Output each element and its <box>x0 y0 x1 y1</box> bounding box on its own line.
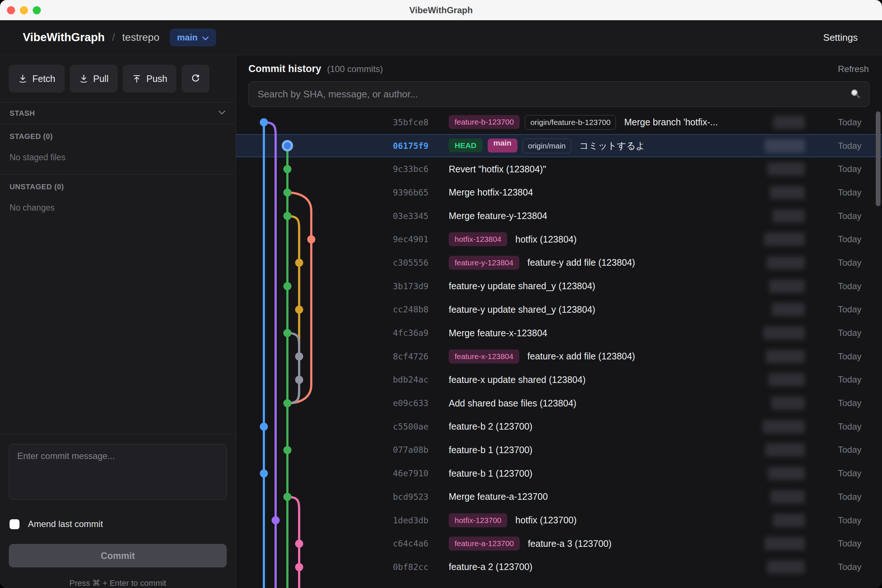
commit-date: Today <box>828 445 861 455</box>
commit-row[interactable]: c305556 feature-y-123804 feature-y add f… <box>236 251 882 274</box>
commit-hint: Press ⌘ + Enter to commit <box>9 579 227 588</box>
commit-row[interactable]: 35bfce8 feature-b-123700origin/feature-b… <box>236 111 882 134</box>
commit-date: Today <box>828 562 861 572</box>
commit-row[interactable]: 4fc36a9 Merge feature-x-123804 Today <box>236 321 882 345</box>
branch-badge-local: hotfix-123804 <box>449 232 507 246</box>
commit-row[interactable]: 06175f9 HEADmainorigin/main コミットするよ Toda… <box>236 134 882 158</box>
branch-badge-remote: origin/main <box>523 138 572 153</box>
settings-button[interactable]: Settings <box>823 32 858 44</box>
commit-sha: 3b173d9 <box>393 282 449 291</box>
commit-row[interactable]: e09c633 Add shared base files (123804) T… <box>236 392 882 415</box>
commit-message-input[interactable] <box>9 444 227 500</box>
window-title: VibeWithGraph <box>0 5 882 15</box>
commit-row[interactable]: c64c4a6 feature-a-123700 feature-a 3 (12… <box>236 532 882 555</box>
commit-row[interactable]: bdb24ac feature-x update shared (123804)… <box>236 368 882 392</box>
search-input[interactable] <box>257 88 849 100</box>
commit-sha: 46e7910 <box>393 469 449 478</box>
commit-row[interactable]: 077a08b feature-b 1 (123700) Today <box>236 438 882 462</box>
amend-checkbox[interactable] <box>9 519 20 529</box>
commit-row[interactable]: cc248b8 feature-y update shared_y (12380… <box>236 298 882 322</box>
refresh-button[interactable] <box>182 64 210 93</box>
sidebar: Fetch Pull Push <box>0 55 236 588</box>
branch-selector[interactable]: main <box>170 28 216 46</box>
push-label: Push <box>146 74 167 84</box>
app-window: VibeWithGraph VibeWithGraph / testrepo m… <box>0 0 882 588</box>
fetch-button[interactable]: Fetch <box>9 64 64 93</box>
commit-sha: bcd9523 <box>393 492 449 502</box>
commit-row[interactable]: 03e3345 Merge feature-y-123804 Today <box>236 204 882 228</box>
commit-date: Today <box>828 304 861 315</box>
app-header: VibeWithGraph / testrepo main Settings <box>0 20 882 55</box>
commit-row[interactable]: c5500ae feature-b 2 (123700) Today <box>236 415 882 438</box>
breadcrumb-separator: / <box>112 32 115 44</box>
commit-sha: 4fc36a9 <box>393 328 449 338</box>
commit-row[interactable]: 0bf82cc feature-a 2 (123700) Today <box>236 555 882 579</box>
commit-date: Today <box>828 398 861 408</box>
commit-list: 35bfce8 feature-b-123700origin/feature-b… <box>236 111 882 588</box>
commit-row[interactable]: 8cf4726 feature-x-123804 feature-x add f… <box>236 345 882 368</box>
commit-message: feature-y update shared_y (123804) <box>449 304 596 315</box>
commit-message: hotfix (123700) <box>515 515 577 525</box>
commit-row[interactable]: bcd9523 Merge feature-a-123700 Today <box>236 485 882 508</box>
commit-message: feature-b 2 (123700) <box>449 421 532 432</box>
commit-badges: feature-y-123804 <box>449 256 519 270</box>
commit-count: (100 commits) <box>327 64 383 74</box>
commit-button[interactable]: Commit <box>9 544 227 567</box>
app-name: VibeWithGraph <box>23 31 105 44</box>
commit-message: feature-b 1 (123700) <box>449 445 532 455</box>
author-blur <box>773 116 805 129</box>
branch-badge-local: feature-x-123804 <box>449 350 519 363</box>
unstaged-empty-text: No changes <box>9 203 226 213</box>
commit-badges: HEADmainorigin/main <box>449 138 571 153</box>
commit-sha: c64c4a6 <box>393 539 449 548</box>
stash-section-header[interactable]: STASH <box>0 102 236 124</box>
page-title: Commit history <box>248 63 321 75</box>
commit-sha: 1ded3db <box>393 516 449 525</box>
commit-date: Today <box>828 211 861 221</box>
unstaged-label: UNSTAGED (0) <box>9 183 226 191</box>
pull-button[interactable]: Pull <box>70 64 118 93</box>
author-blur <box>772 210 805 223</box>
refresh-link[interactable]: Refresh <box>838 64 869 74</box>
upload-icon <box>132 74 141 83</box>
author-blur <box>771 396 805 410</box>
author-blur <box>767 162 805 176</box>
commit-sha: c5500ae <box>393 422 449 432</box>
author-blur <box>763 326 805 340</box>
branch-badge-local: hotfix-123700 <box>449 513 507 527</box>
commit-date: Today <box>828 164 861 174</box>
commit-row[interactable]: 9ec4901 hotfix-123804 hotfix (123804) To… <box>236 228 882 251</box>
commit-message: Add shared base files (123804) <box>449 398 576 409</box>
author-blur <box>773 514 805 527</box>
commit-row[interactable]: 3b173d9 feature-y update shared_y (12380… <box>236 274 882 298</box>
commit-date: Today <box>828 141 861 151</box>
commit-row[interactable]: 9396b65 Merge hotfix-123804 Today <box>236 181 882 204</box>
commit-sha: 9ec4901 <box>393 234 449 244</box>
commit-sha: 35bfce8 <box>393 118 449 127</box>
search-icon <box>849 87 861 101</box>
staged-empty-text: No staged files <box>9 153 226 162</box>
commit-badges: hotfix-123700 <box>449 513 507 527</box>
commit-sha: cc248b8 <box>393 304 449 314</box>
commit-sha: 03e3345 <box>393 212 449 221</box>
commit-date: Today <box>828 234 861 244</box>
commit-compose-area: Amend last commit Commit Press ⌘ + Enter… <box>0 434 236 588</box>
commit-row[interactable]: 46e7910 feature-b 1 (123700) Today <box>236 462 882 485</box>
commit-badges: feature-b-123700origin/feature-b-123700 <box>449 115 616 130</box>
commit-badges: hotfix-123804 <box>449 232 507 246</box>
commit-sha: 9396b65 <box>393 188 449 197</box>
commit-history-header: Commit history (100 commits) Refresh <box>236 55 882 75</box>
author-blur <box>764 537 805 550</box>
staged-label: STAGED (0) <box>9 132 226 141</box>
commit-sha: bdb24ac <box>393 375 449 384</box>
commit-message: feature-y update shared_y (123804) <box>449 281 596 291</box>
amend-row: Amend last commit <box>9 519 227 529</box>
commit-history-panel: Commit history (100 commits) Refresh 35b… <box>236 55 882 588</box>
push-button[interactable]: Push <box>123 64 176 93</box>
scrollbar-thumb[interactable] <box>876 111 880 206</box>
download-icon <box>18 74 28 83</box>
commit-row[interactable]: 9c33bc6 Revert "hotfix (123804)" Today <box>236 157 882 181</box>
commit-row[interactable]: 1ded3db hotfix-123700 hotfix (123700) To… <box>236 508 882 532</box>
commit-message: Merge hotfix-123804 <box>449 187 533 198</box>
commit-badges: feature-x-123804 <box>449 350 519 363</box>
